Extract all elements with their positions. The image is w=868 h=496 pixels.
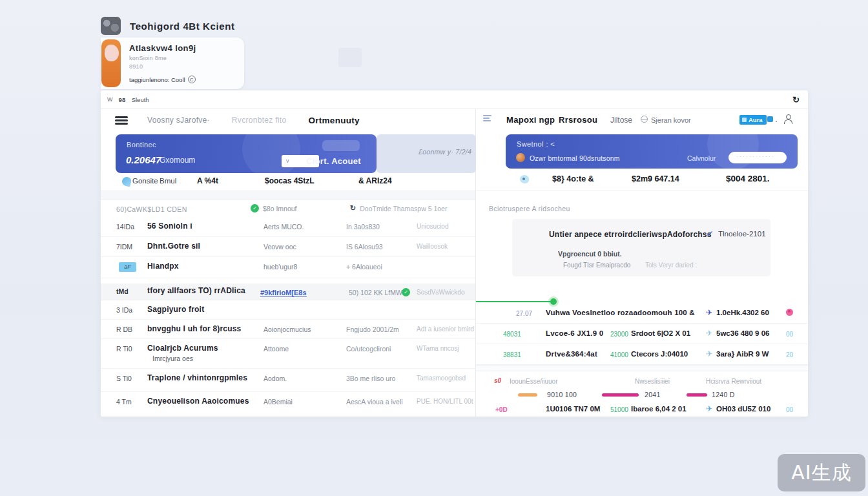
tab-community[interactable]: Ortmenuuty	[308, 116, 360, 125]
banner-pill-button[interactable]	[728, 152, 787, 163]
left-stats-row: Gonsite Bmul A %4t $oocas 4StzL & ARIz24	[101, 173, 475, 191]
right-stats-row: $8} 4o:te & $2m9 647.14 $004 2801.	[476, 169, 808, 191]
window-topbar: W 98 Sleuth ↻	[101, 90, 808, 109]
flight-code: OH03 dU5Z 010	[716, 405, 770, 413]
tab-records[interactable]: Rvcronbtez fito	[232, 116, 287, 125]
ghost-button[interactable]	[322, 140, 360, 151]
progress-bar-magenta-2	[687, 393, 707, 397]
summary-badge: s0	[494, 377, 501, 384]
hot-dot-icon	[786, 309, 793, 316]
flight-time2: 41000	[610, 351, 628, 358]
table-row[interactable]: R DB bnvgghu I uh for 8)rcuss Aoionjocmu…	[101, 320, 475, 339]
row-col3: Uniosuciod	[417, 223, 448, 230]
row-col1: Veovw ooc	[264, 243, 296, 251]
flight-row[interactable]: +0D 1U0106 TN7 0M 51000 Ibaroe 6,04 2 01…	[476, 401, 808, 419]
banner-label: Swetnol : <	[517, 140, 555, 148]
list-icon[interactable]	[483, 115, 491, 124]
right-nav: Mapoxi ngp Rrsrosou Jiltose Sjeran kovor…	[476, 109, 808, 131]
row-title: Hiandpx	[147, 262, 179, 271]
row-col1: A0Bemiai	[264, 398, 293, 406]
flight-row[interactable]: 27.07 Vuhwa Voeslnetloo rozaadoomouh 100…	[476, 303, 808, 324]
plane-icon: ✈	[706, 329, 712, 338]
table-row[interactable]: 7IDM Dhnt.Gotre sil Veovw ooc IS 6Alosu9…	[101, 237, 475, 257]
refresh-icon[interactable]: ↻	[792, 95, 800, 105]
row-col1: Attoome	[264, 345, 289, 353]
flight-code: 5wc36 480 9 06	[716, 329, 770, 337]
progress-bar-magenta-1	[602, 393, 639, 397]
nav-item-2[interactable]: Rrsrosou	[559, 115, 597, 125]
notice-line3: Tols Veryr daried :	[645, 262, 697, 269]
row-col3: SosdVsWwickdo	[417, 289, 464, 296]
row-link[interactable]: #9kfirioM[E8s	[260, 289, 307, 297]
table-row-selected[interactable]: tMd tfory alIfaors TO) rrADlica #9kfirio…	[101, 284, 475, 300]
filter-verified[interactable]: ✓ $8o Imnouf	[251, 204, 297, 212]
check-circle-icon: ✓	[251, 204, 259, 212]
tab-overview[interactable]: Voosny sJarofve·	[147, 116, 210, 125]
flight-name2: Ibaroe 6,04 2 01	[631, 405, 687, 413]
table-row[interactable]: R Ti0 Cioalrjcb Acurums Imrcjyura oes At…	[101, 339, 475, 369]
table-row[interactable]: S Ti0 Traplone / vhintonrgpmles Aodom. 3…	[101, 369, 475, 392]
balance-banner[interactable]: Bontinec 0.20647 Gxomoum v Ciort. Acouet	[116, 134, 377, 173]
flight-tag: 20	[786, 351, 793, 358]
stat-value-3: $004 2801.	[726, 174, 770, 183]
row-col3: Adt a iusenior bmird	[417, 326, 474, 333]
ghost-box	[338, 48, 362, 67]
menu-icon[interactable]	[115, 116, 128, 125]
open-account-button[interactable]: Ciort. Acouet	[306, 156, 361, 166]
table-row[interactable]: 4 Tm Cnyeouelison Aaoicomues A0Bemiai Ae…	[101, 392, 475, 417]
nav-item-3[interactable]: Jiltose	[610, 116, 632, 125]
progress-bar-orange	[518, 393, 537, 397]
globe-icon	[641, 116, 648, 123]
profile-line2: 8910	[129, 63, 196, 70]
copy-badge[interactable]: C	[188, 76, 196, 83]
flight-code: 3ara} AibR 9 W	[716, 350, 769, 358]
flight-code: 1.0eHk.4302 60	[716, 309, 769, 316]
summary-col3: Hcisrvra Rewrviiout	[706, 378, 761, 385]
table-row[interactable]: 3 IDa Sagpiyuro froit	[101, 300, 475, 320]
table-row[interactable]: 14IDa 56 Sonioln i Aerts MUCO. In 3a0s83…	[101, 217, 475, 237]
row-time: 3 IDa	[116, 306, 132, 314]
nav-item-language[interactable]: Sjeran kovor	[651, 116, 691, 124]
app-logo-icon	[101, 17, 121, 35]
row-badge: aF	[119, 262, 136, 272]
nav-item-1[interactable]: Mapoxi ngp	[506, 115, 555, 125]
row-col3: WTama nncosj	[417, 345, 459, 352]
profile-footer-label: taggiunlenono: Cooll	[129, 76, 185, 83]
profile-name: Atlaskvw4 lon9j	[129, 43, 196, 53]
stat-value-3: & ARIz24	[358, 176, 392, 185]
flight-time2: 23000	[610, 331, 628, 338]
right-panel: Mapoxi ngp Rrsrosou Jiltose Sjeran kovor…	[476, 109, 808, 417]
flight-row[interactable]: 48031 Lvcoe-6 JX1.9 0 23000 Srdoot 6|O2 …	[476, 324, 808, 344]
coin-icon	[520, 175, 529, 183]
row-title: bnvgghu I uh for 8)rcuss	[147, 324, 241, 333]
stat-value-1: $8} 4o:te &	[552, 174, 594, 183]
aura-badge[interactable]: Aura	[739, 115, 767, 125]
row-time: 14IDa	[116, 223, 134, 231]
flight-time: +0D	[495, 406, 508, 413]
row-col2: + 6Aloaueoi	[346, 263, 382, 271]
summary-header: s0 IoounEsse/iiuuor Nwseslisiiiei Hcisrv…	[476, 375, 808, 388]
row-col1: Aoionjocmucius	[264, 326, 311, 333]
section-gap	[101, 191, 475, 200]
row-title: Sagpiyuro froit	[147, 305, 204, 314]
banner-link[interactable]: Calvnolur	[687, 154, 716, 162]
row-title: 56 Sonioln i	[147, 222, 192, 231]
notice-title: Untier anpece etrroirdclieriwspAdoforchs…	[549, 230, 712, 239]
table-row[interactable]: aF Hiandpx hueb'ugur8 + 6Aloaueoi	[101, 257, 475, 278]
leaf-icon	[121, 176, 132, 187]
row-title: Cnyeouelison Aaoicomues	[147, 397, 249, 406]
blue-square-icon[interactable]	[767, 116, 773, 122]
flight-name: Vuhwa Voeslnetloo rozaadoomouh 100 &	[546, 309, 695, 316]
check-circle-icon: ✓	[402, 288, 410, 296]
left-header: Voosny sJarofve· Rvcronbtez fito Ortmenu…	[101, 109, 475, 131]
row-time: S Ti0	[116, 375, 132, 382]
row-subtitle: Imrcjyura oes	[152, 355, 193, 362]
account-banner[interactable]: Swetnol : < Ozwr bmtormal 90dsrutsonm Ca…	[506, 134, 798, 169]
profile-card[interactable]: Atlaskvw4 lon9j konSioin 8me 8910 taggiu…	[101, 37, 244, 89]
flight-row[interactable]: 38831 Drtve&364:4at 41000 Ctecors J:0401…	[476, 344, 808, 365]
user-icon[interactable]	[784, 114, 792, 124]
filter-refresh[interactable]: ↻ DooTmide Thamaspw 5 1oer	[350, 204, 447, 212]
row-col2: Fngjudo 2001/2m	[346, 326, 399, 333]
avatar	[101, 39, 121, 87]
row-col3: Wailloosok	[417, 243, 448, 250]
